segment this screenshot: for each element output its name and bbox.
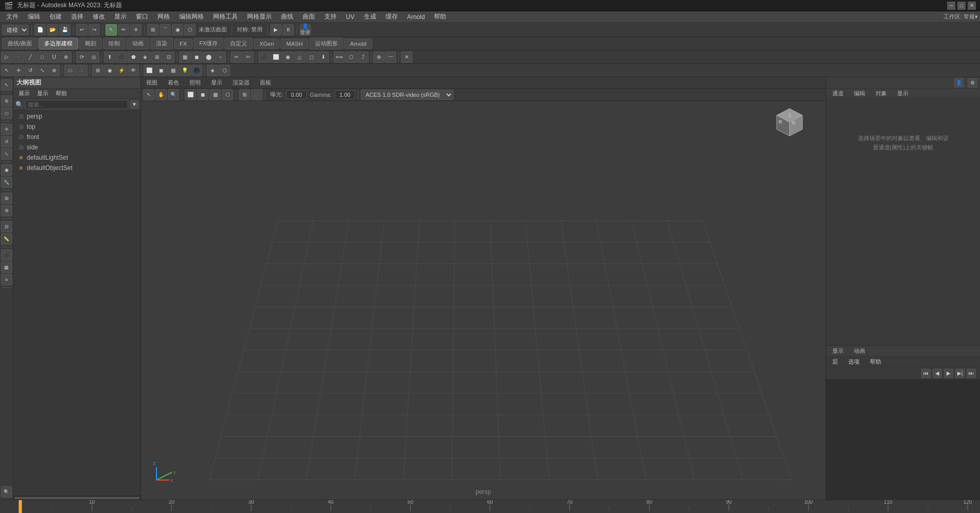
menu-window[interactable]: 窗口 bbox=[132, 11, 152, 22]
snap-point2-button[interactable]: ◉ bbox=[104, 65, 115, 76]
search-input[interactable] bbox=[25, 100, 128, 109]
soft-select-button[interactable]: ⬭ bbox=[64, 65, 76, 76]
lb-tab-display[interactable]: 显示 bbox=[829, 346, 847, 356]
tab-arnold[interactable]: Arnold bbox=[344, 39, 372, 49]
mode-dropdown[interactable]: 建模 绑定 动画 FX 渲染 bbox=[2, 25, 29, 35]
outliner-item-top[interactable]: 🎥 top bbox=[13, 122, 141, 132]
menu-uv[interactable]: UV bbox=[342, 12, 359, 22]
vp-tb-wire[interactable]: ⬜ bbox=[185, 89, 196, 100]
ring-select-button[interactable]: ◎ bbox=[88, 52, 99, 63]
wedge-button[interactable]: ⬤ bbox=[203, 52, 214, 63]
light-button[interactable]: 💡 bbox=[179, 65, 190, 76]
outliner-menu-display[interactable]: 展示 bbox=[15, 89, 33, 98]
viewport-cube-widget[interactable]: 右 前 上 bbox=[774, 106, 805, 137]
snap-grid-button[interactable]: ⊞ bbox=[147, 24, 159, 36]
outliner-menu-help[interactable]: 帮助 bbox=[52, 89, 70, 98]
tab-curves[interactable]: 曲线/曲面 bbox=[2, 38, 38, 49]
ls-select-btn[interactable]: ↖ bbox=[1, 79, 12, 91]
tab-poly-modeling[interactable]: 多边形建模 bbox=[39, 38, 78, 49]
bridge-button[interactable]: ⬛ bbox=[116, 52, 127, 63]
loop-select-button[interactable]: ⟳ bbox=[76, 52, 87, 63]
search-options-button[interactable]: ▼ bbox=[130, 100, 138, 109]
vp-tab-display[interactable]: 显示 bbox=[208, 78, 225, 88]
redo-button[interactable]: ↪ bbox=[89, 24, 100, 36]
ls-paint-select-btn[interactable]: ⬭ bbox=[1, 108, 12, 119]
bevel-button[interactable]: ◈ bbox=[139, 52, 151, 63]
lb-tab-animation[interactable]: 动画 bbox=[851, 346, 868, 356]
tab-animation[interactable]: 动画 bbox=[127, 38, 149, 49]
snap-surface-button[interactable]: ⬡ bbox=[184, 24, 196, 36]
playback-end-button[interactable]: ⏭ bbox=[967, 369, 976, 378]
le-menu-layer[interactable]: 层 bbox=[829, 357, 841, 366]
vp-tb-ao[interactable]: ⬡ bbox=[222, 89, 233, 100]
append-poly-button[interactable]: ▦ bbox=[179, 52, 190, 63]
menu-mesh[interactable]: 网格 bbox=[153, 11, 174, 22]
playback-next-button[interactable]: ▶| bbox=[955, 369, 965, 378]
menu-file[interactable]: 文件 bbox=[2, 11, 23, 22]
ls-channel-btn[interactable]: ▦ bbox=[1, 262, 12, 273]
new-scene-button[interactable]: 📄 bbox=[34, 24, 46, 36]
wireframe-button[interactable]: ⬜ bbox=[144, 65, 155, 76]
tab-custom[interactable]: 自定义 bbox=[224, 38, 253, 49]
menu-display[interactable]: 显示 bbox=[110, 11, 131, 22]
move-tool-button[interactable]: ✛ bbox=[13, 65, 24, 76]
snap-view-button[interactable]: 👁 bbox=[128, 65, 139, 76]
ls-sculpt-btn[interactable]: 🔧 bbox=[1, 177, 12, 188]
outliner-menu-show[interactable]: 显示 bbox=[34, 89, 51, 98]
viewport-3d[interactable]: .grid-line { stroke: #555; stroke-width:… bbox=[141, 101, 826, 500]
texture-button[interactable]: ▦ bbox=[167, 65, 179, 76]
ls-rotate-btn[interactable]: ↺ bbox=[1, 136, 12, 147]
smooth-button[interactable]: ◉ bbox=[282, 52, 293, 63]
ls-attr-btn[interactable]: ≡ bbox=[1, 274, 12, 285]
tab-sculpt[interactable]: 雕刻 bbox=[79, 38, 102, 49]
colorspace-dropdown[interactable]: ACES 1.0 SDR-video (sRGB) bbox=[361, 90, 453, 100]
circularize-button[interactable]: ○ bbox=[215, 52, 226, 63]
edge-mode-button[interactable]: ╱ bbox=[25, 52, 36, 63]
snap-live-button[interactable]: ⚡ bbox=[116, 65, 127, 76]
ls-settings-btn[interactable]: ⚙ bbox=[1, 205, 12, 216]
vp-tb-zoom[interactable]: 🔍 bbox=[168, 89, 179, 100]
vp-tab-renderer[interactable]: 渲染器 bbox=[230, 78, 253, 88]
reduce-button[interactable]: ⬇ bbox=[318, 52, 329, 63]
close-button[interactable]: ✕ bbox=[968, 2, 976, 10]
quadrangulate-button[interactable]: ◻ bbox=[306, 52, 317, 63]
ls-search-btn[interactable]: 🔍 bbox=[1, 486, 12, 498]
isolate-button[interactable]: ◈ bbox=[207, 65, 218, 76]
menu-edit[interactable]: 编辑 bbox=[24, 11, 44, 22]
move-button[interactable]: ✛ bbox=[130, 24, 142, 36]
duplicate-face-button[interactable]: ⬡ bbox=[345, 52, 357, 63]
snap-grid2-button[interactable]: ⊞ bbox=[92, 65, 103, 76]
vertex-mode-button[interactable]: · bbox=[13, 52, 24, 63]
login-button[interactable]: 👤 登录 bbox=[300, 24, 311, 36]
playback-start-button[interactable]: ⏮ bbox=[921, 369, 931, 378]
vp-tab-view[interactable]: 视图 bbox=[143, 78, 161, 88]
ls-move-btn[interactable]: ✛ bbox=[1, 124, 12, 135]
tab-rendering[interactable]: 渲染 bbox=[150, 38, 173, 49]
interactive-split-button[interactable]: ✄ bbox=[242, 52, 254, 63]
menu-mesh-display[interactable]: 网格显示 bbox=[243, 11, 276, 22]
universal-manip-button[interactable]: ⊕ bbox=[48, 65, 60, 76]
split-poly-button[interactable]: ✂ bbox=[231, 52, 242, 63]
multi-component-button[interactable]: ⊕ bbox=[60, 52, 72, 63]
rp-tab-display[interactable]: 显示 bbox=[894, 89, 912, 98]
maximize-button[interactable]: □ bbox=[957, 2, 966, 10]
menu-generate[interactable]: 生成 bbox=[360, 11, 380, 22]
connect-button[interactable]: ⊡ bbox=[163, 52, 174, 63]
ls-lasso-btn[interactable]: ⊛ bbox=[1, 95, 12, 107]
vp-tab-panels[interactable]: 面板 bbox=[257, 78, 274, 88]
rp-tab-edit[interactable]: 编辑 bbox=[851, 89, 868, 98]
mirror-button[interactable]: ⟺ bbox=[334, 52, 345, 63]
proportional-button[interactable]: ⬫ bbox=[76, 65, 87, 76]
vp-tab-lighting[interactable]: 照明 bbox=[186, 78, 204, 88]
menu-arnold[interactable]: Arnold bbox=[403, 12, 429, 22]
outliner-item-lightset[interactable]: ⊛ defaultLightSet bbox=[13, 152, 141, 163]
menu-select[interactable]: 选择 bbox=[67, 11, 87, 22]
separate-button[interactable]: ⬜ bbox=[270, 52, 282, 63]
tab-paint[interactable]: 绘制 bbox=[103, 38, 126, 49]
shadow-button[interactable]: 🌑 bbox=[191, 65, 202, 76]
ls-snap-btn[interactable]: ⊞ bbox=[1, 193, 12, 204]
ls-grid-btn[interactable]: ⊟ bbox=[1, 221, 12, 232]
scale-tool-button[interactable]: ⤡ bbox=[37, 65, 48, 76]
snap-curve-button[interactable]: ⌒ bbox=[160, 24, 171, 36]
shading-button[interactable]: ◼ bbox=[155, 65, 167, 76]
